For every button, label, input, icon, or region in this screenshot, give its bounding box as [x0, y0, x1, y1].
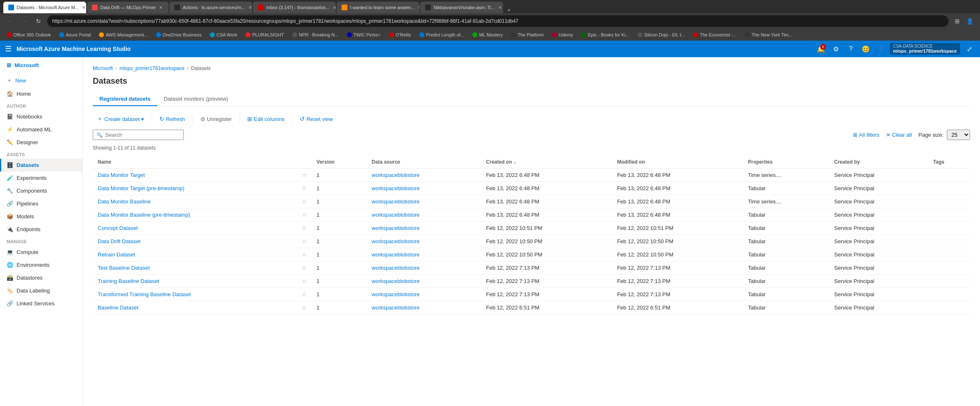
cell-datasource-10[interactable]: workspaceblobstore: [367, 301, 481, 314]
browser-tab-5[interactable]: NikitaivanovV/snake-asm: Ti... ✕: [420, 2, 503, 13]
browser-tab-3[interactable]: Inbox (3,147) - thomassantos... ✕: [253, 2, 336, 13]
clear-all-button[interactable]: ✕ Clear all: [886, 132, 912, 138]
unregister-button[interactable]: ⊘ Unregister: [196, 114, 236, 124]
cell-name-4[interactable]: Concept Dataset: [93, 222, 297, 235]
extensions-button[interactable]: ⊞: [952, 16, 963, 27]
cell-star-8[interactable]: ☆: [297, 275, 312, 288]
cell-star-3[interactable]: ☆: [297, 208, 312, 222]
bookmark-npr[interactable]: NPR · Breaking N...: [289, 31, 342, 38]
help-icon[interactable]: ?: [845, 43, 857, 55]
tab-close-5[interactable]: ✕: [497, 5, 503, 10]
sidebar-item-experiments[interactable]: 🧪 Experiments: [0, 172, 82, 184]
reload-button[interactable]: ↻: [33, 16, 44, 27]
tab-close-icon[interactable]: ✕: [81, 5, 86, 10]
cell-name-8[interactable]: Training Baseline Dataset: [93, 275, 297, 288]
edit-columns-button[interactable]: ⊞ Edit columns: [243, 114, 289, 124]
tab-registered-datasets[interactable]: Registered datasets: [93, 92, 157, 106]
sidebar-item-data-labeling[interactable]: 🏷️ Data Labeling: [0, 284, 82, 297]
page-size-select[interactable]: 25 50 100: [947, 130, 970, 140]
col-header-tags[interactable]: Tags: [928, 156, 970, 169]
col-header-properties[interactable]: Properties: [743, 156, 829, 169]
bookmark-plural[interactable]: PLURALSIGHT: [242, 31, 287, 38]
cell-star-0[interactable]: ☆: [297, 169, 312, 182]
address-bar[interactable]: https://ml.azure.com/data?wsid=/subscrip…: [47, 15, 949, 27]
bookmark-onedrive[interactable]: OneDrive Business: [153, 31, 205, 38]
col-header-datasource[interactable]: Data source: [367, 156, 481, 169]
cell-star-2[interactable]: ☆: [297, 195, 312, 208]
cell-name-0[interactable]: Data Monitor Target: [93, 169, 297, 182]
sidebar-item-models[interactable]: 📦 Models: [0, 210, 82, 223]
col-header-created-by[interactable]: Created by: [829, 156, 928, 169]
sidebar-item-datastores[interactable]: 🗃️ Datastores: [0, 271, 82, 284]
browser-tab-2[interactable]: Actions · ts-azure-services/m... ✕: [169, 2, 252, 13]
new-tab-button[interactable]: +: [504, 7, 514, 13]
all-filters-button[interactable]: ⊞ All filters: [853, 132, 879, 138]
profile-button[interactable]: 👤: [964, 16, 975, 27]
bookmark-economist[interactable]: The Economist -...: [690, 31, 740, 38]
bookmark-outlook[interactable]: Office 365 Outlook: [3, 31, 54, 38]
cell-datasource-7[interactable]: workspaceblobstore: [367, 261, 481, 275]
sidebar-item-pipelines[interactable]: 🔗 Pipelines: [0, 197, 82, 210]
cell-datasource-8[interactable]: workspaceblobstore: [367, 275, 481, 288]
search-input[interactable]: [105, 132, 180, 138]
tab-close-2[interactable]: ✕: [248, 5, 253, 10]
tab-close-3[interactable]: ✕: [332, 5, 336, 10]
cell-name-5[interactable]: Data Drift Dataset: [93, 235, 297, 248]
cell-datasource-6[interactable]: workspaceblobstore: [367, 248, 481, 261]
browser-tab-1[interactable]: Data Drift — MLOps Primer ✕: [87, 2, 169, 13]
create-dataset-button[interactable]: ＋ Create dataset ▾: [93, 113, 148, 125]
refresh-button[interactable]: ↻ Refresh: [155, 114, 189, 124]
sidebar-item-components[interactable]: 🔧 Components: [0, 184, 82, 197]
bookmark-aws[interactable]: AWS Management...: [96, 31, 151, 38]
cell-datasource-2[interactable]: workspaceblobstore: [367, 195, 481, 208]
bookmark-nyt[interactable]: The New York Tim...: [742, 31, 795, 38]
sidebar-item-designer[interactable]: ✏️ Designer: [0, 136, 82, 149]
cell-star-10[interactable]: ☆: [297, 301, 312, 314]
tab-close-4[interactable]: ✕: [417, 5, 419, 10]
cell-name-3[interactable]: Data Monitor Baseline (pre-timestamp): [93, 208, 297, 222]
cell-datasource-0[interactable]: workspaceblobstore: [367, 169, 481, 182]
cell-star-4[interactable]: ☆: [297, 222, 312, 235]
cell-name-6[interactable]: Retrain Dataset: [93, 248, 297, 261]
breadcrumb-workspace[interactable]: mlops_primer1781workspace: [120, 65, 185, 71]
bookmark-azure[interactable]: Azure Portal: [56, 31, 94, 38]
cell-star-1[interactable]: ☆: [297, 182, 312, 195]
cell-star-9[interactable]: ☆: [297, 288, 312, 301]
col-header-name[interactable]: Name: [93, 156, 297, 169]
workspace-badge[interactable]: CSA-DATA SCIENCE mlops_primer1781workspa…: [890, 43, 960, 55]
cell-name-9[interactable]: Transformed Training Baseline Dataset: [93, 288, 297, 301]
new-button[interactable]: ＋ New: [0, 73, 82, 87]
sidebar-item-datasets[interactable]: 🗄️ Datasets: [0, 159, 82, 172]
cell-name-7[interactable]: Test Baseline Dataset: [93, 261, 297, 275]
forward-button[interactable]: →: [19, 16, 30, 27]
bookmark-oreilly[interactable]: O'Reilly: [385, 31, 414, 38]
cell-name-1[interactable]: Data Monitor Target (pre-timestamp): [93, 182, 297, 195]
breadcrumb-microsoft[interactable]: Microsoft: [93, 65, 113, 71]
feedback-icon[interactable]: 😊: [860, 43, 872, 55]
browser-tab-4[interactable]: I wanted to learn some assem... ✕: [337, 2, 419, 13]
tab-dataset-monitors[interactable]: Dataset monitors (preview): [157, 92, 235, 106]
sidebar-item-home[interactable]: 🏠 Home: [0, 87, 82, 100]
cell-star-6[interactable]: ☆: [297, 248, 312, 261]
search-box[interactable]: 🔍: [93, 130, 184, 140]
cell-datasource-3[interactable]: workspaceblobstore: [367, 208, 481, 222]
sidebar-item-automated-ml[interactable]: ⚡ Automated ML: [0, 123, 82, 136]
user-icon[interactable]: 👤: [875, 43, 886, 55]
sidebar-item-notebooks[interactable]: 📓 Notebooks: [0, 110, 82, 123]
bookmark-twic[interactable]: TWIC Perks+: [344, 31, 384, 38]
sidebar-item-linked-services[interactable]: 🔗 Linked Services: [0, 297, 82, 310]
cell-name-2[interactable]: Data Monitor Baseline: [93, 195, 297, 208]
cell-star-7[interactable]: ☆: [297, 261, 312, 275]
cell-star-5[interactable]: ☆: [297, 235, 312, 248]
bookmark-udemy[interactable]: Udemy: [549, 31, 576, 38]
bookmark-epic[interactable]: Epic - Books for Ki...: [578, 31, 633, 38]
bookmark-predict[interactable]: Predict Length of...: [416, 31, 467, 38]
reset-view-button[interactable]: ↺ Reset view: [296, 114, 337, 124]
cell-datasource-9[interactable]: workspaceblobstore: [367, 288, 481, 301]
back-button[interactable]: ←: [5, 16, 16, 27]
notifications-icon[interactable]: 🔔 6: [815, 43, 827, 55]
col-header-created[interactable]: Created on ↓: [481, 156, 612, 169]
cell-datasource-5[interactable]: workspaceblobstore: [367, 235, 481, 248]
cell-datasource-1[interactable]: workspaceblobstore: [367, 182, 481, 195]
tab-close-1[interactable]: ✕: [158, 5, 164, 10]
